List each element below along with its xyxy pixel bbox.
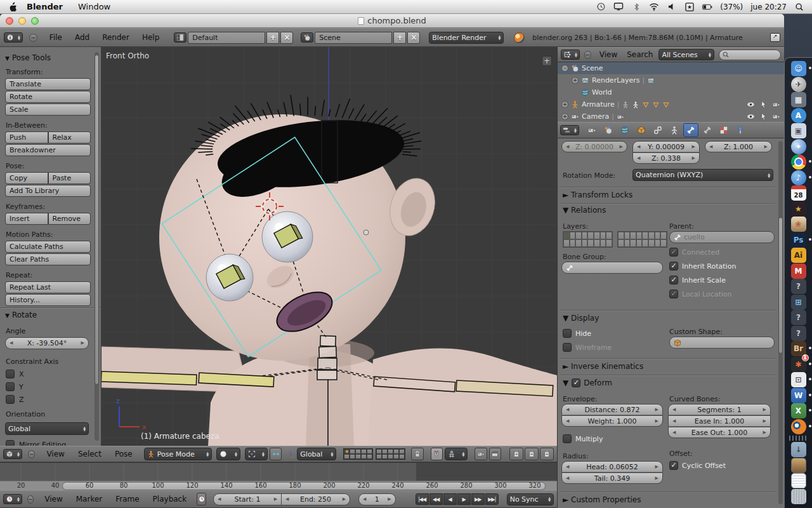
rotation-z-field[interactable]: ◀Z: 0.338▶ [632, 152, 700, 164]
layer-cell[interactable] [367, 449, 372, 454]
dock-item-mission-control[interactable]: ▦ [791, 92, 806, 107]
preview-range-button[interactable] [197, 493, 206, 505]
volume-icon[interactable] [667, 3, 677, 11]
jump-to-end-button[interactable]: ▶▶| [485, 493, 499, 505]
bone-layer-cell[interactable] [636, 239, 643, 247]
bone-layer-cell[interactable] [575, 232, 582, 239]
pose-tools-panel-header[interactable]: ▼Pose Tools [5, 53, 91, 62]
bone-layer-cell[interactable] [648, 239, 655, 247]
cyclic-offset-checkbox[interactable]: ✓Cyclic Offset [669, 461, 726, 470]
collapse-icon[interactable]: - [561, 65, 568, 72]
tool-button-breakdowner[interactable]: Breakdowner [5, 144, 91, 156]
layer-cell[interactable] [355, 449, 361, 454]
rotate-panel-header[interactable]: ▼Rotate [5, 311, 91, 319]
segments-field[interactable]: ◀Segments: 1▶ [668, 404, 771, 415]
bone-layer-cell[interactable] [624, 239, 631, 247]
properties-tab-textures[interactable] [716, 123, 731, 137]
outliner-filter-selector[interactable]: All Scenes▲▼ [658, 49, 714, 60]
dock-item-windows-app[interactable]: ⊞ [791, 295, 806, 310]
dock-item-word[interactable]: W [791, 388, 806, 403]
renderability-toggle-icon[interactable] [772, 112, 780, 121]
dock-item-photoshop[interactable]: Ps [791, 232, 806, 248]
inherit-scale-checkbox[interactable]: ✓Inherit Scale [669, 276, 726, 284]
properties-tab-world[interactable] [617, 123, 632, 137]
bone-layer-cell[interactable] [660, 232, 667, 239]
properties-tab-bone-constraints[interactable] [700, 123, 715, 137]
bone-layer-cell[interactable] [563, 239, 570, 247]
window-titlebar[interactable]: chompo.blend [0, 14, 784, 28]
visibility-toggle-icon[interactable] [747, 100, 755, 109]
time-machine-icon[interactable] [596, 3, 606, 11]
toolshelf-scrollbar-thumb[interactable] [95, 55, 99, 385]
envelope-distance-field[interactable]: ◀Distance: 0.872▶ [561, 404, 663, 415]
envelope-weight-field[interactable]: ◀Weight: 1.000▶ [561, 415, 663, 427]
dock-item-imovie[interactable]: ★ [791, 201, 806, 217]
mirror-editing-checkbox[interactable]: ✓Mirror Editing [6, 440, 91, 446]
dock-item-screen-app[interactable]: ⊡ [791, 372, 806, 387]
bone-layers-grid-a[interactable] [563, 231, 613, 248]
inverse-kinematics-panel-header[interactable]: ► Inverse Kinematics [563, 362, 643, 371]
editor-type-button-3d[interactable]: ▲▼ [3, 449, 22, 459]
layer-cell[interactable] [388, 449, 393, 454]
dock-item-chrome[interactable] [791, 154, 806, 170]
play-button[interactable]: ▶ [457, 493, 471, 505]
properties-scrollbar-thumb[interactable] [778, 217, 783, 354]
bone-layer-cell[interactable] [630, 232, 636, 239]
bluetooth-icon[interactable] [631, 3, 641, 11]
tool-button-paste[interactable]: Paste [48, 172, 91, 184]
bone-layer-cell[interactable] [606, 239, 612, 247]
inherit-rotation-checkbox[interactable]: ✓Inherit Rotation [669, 262, 736, 271]
properties-tab-bone[interactable] [683, 123, 698, 137]
dock-item-window-preview-1[interactable] [791, 458, 806, 473]
display-panel-header[interactable]: ▼ Display [563, 314, 599, 323]
bone-layer-cell[interactable] [600, 239, 606, 247]
outliner-search-field[interactable] [719, 50, 781, 60]
dock-item-trash[interactable] [791, 489, 806, 504]
mode-selector[interactable]: Pose Mode▲▼ [144, 448, 212, 460]
editor-type-button-timeline[interactable]: ▲▼ [3, 494, 22, 504]
dock-item-iphoto[interactable]: ❀ [791, 217, 806, 232]
scale-z-field[interactable]: ◀Z: 1.000▶ [705, 141, 772, 152]
timeline-editor[interactable]: 2040608010012014016018020022024026028030… [0, 462, 557, 490]
custom-shape-field[interactable] [669, 337, 775, 349]
rotation-y-field[interactable]: ◀Y: 0.00009▶ [632, 141, 700, 152]
local-location-checkbox[interactable]: ✓Local Location [669, 290, 732, 298]
screen-layout-icon[interactable] [174, 32, 187, 43]
constraint-axis-x[interactable]: ✓X [6, 370, 91, 378]
lock-to-scene-button[interactable] [411, 448, 423, 460]
battery-icon[interactable] [702, 3, 712, 11]
bone-layer-cell[interactable] [624, 232, 631, 239]
dock-item-excel[interactable]: X [791, 403, 806, 418]
properties-scrollbar[interactable] [778, 141, 783, 504]
bone-layer-cell[interactable] [563, 232, 570, 239]
bone-layer-cell[interactable] [630, 239, 636, 247]
menu-add[interactable]: Add [69, 33, 95, 42]
layer-cell[interactable] [344, 449, 350, 454]
layer-cell[interactable] [376, 449, 382, 454]
timeline-ruler-track[interactable]: 2040608010012014016018020022024026028030… [0, 481, 557, 490]
layer-buttons[interactable] [343, 448, 405, 460]
bone-layer-cell[interactable] [660, 239, 667, 247]
bone-layer-cell[interactable] [594, 239, 600, 247]
selectability-toggle-icon[interactable] [759, 100, 768, 109]
viewport-3d[interactable]: x z Front Ortho (1) Armature cabeza + [102, 47, 557, 446]
editor-type-button[interactable]: ▲▼ [4, 32, 23, 43]
bone-layer-cell[interactable] [582, 232, 588, 239]
transform-orientation-selector[interactable]: Global▲▼ [297, 448, 336, 460]
copy-pose-button[interactable] [509, 448, 523, 460]
layer-cell[interactable] [361, 454, 367, 459]
current-frame-field[interactable]: ◀1▶ [358, 493, 396, 505]
bone-layer-cell[interactable] [618, 232, 624, 239]
bone-layers-grid-b[interactable] [617, 231, 667, 248]
properties-tab-scene[interactable] [601, 123, 616, 137]
menu-playback[interactable]: Playback [147, 495, 193, 504]
orientation-selector[interactable]: Global▲▼ [5, 422, 89, 435]
outliner-row-scene[interactable]: -Scene [558, 62, 784, 74]
layer-cell[interactable] [376, 454, 382, 459]
tool-button-history[interactable]: History... [5, 294, 91, 306]
window-duplicate-button[interactable] [770, 33, 780, 42]
paste-pose-button[interactable] [525, 448, 539, 460]
input-menu-icon[interactable] [684, 3, 695, 11]
collapse-menus-button-3d[interactable]: − [28, 450, 36, 458]
radius-tail-field[interactable]: ◀Tail: 0.349▶ [561, 472, 663, 484]
